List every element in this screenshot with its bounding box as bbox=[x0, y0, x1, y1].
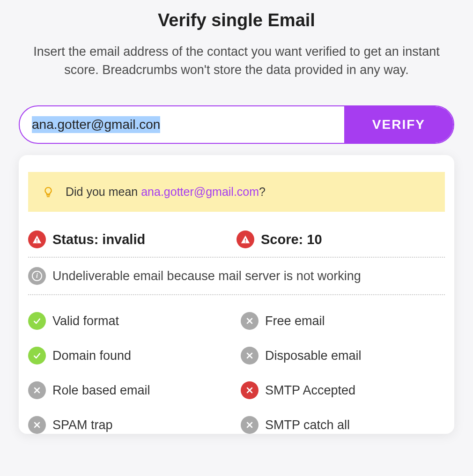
alert-icon bbox=[28, 231, 46, 248]
alert-icon bbox=[236, 231, 254, 248]
verify-button[interactable]: VERIFY bbox=[344, 106, 453, 143]
suggestion-banner: Did you mean ana.gotter@gmail.com? bbox=[28, 172, 445, 212]
info-icon: i bbox=[28, 267, 46, 285]
check-label: Role based email bbox=[52, 383, 150, 398]
check-icon bbox=[28, 312, 46, 330]
reason-row: i Undeliverable email because mail serve… bbox=[28, 258, 445, 294]
check-item: Valid format bbox=[28, 312, 232, 330]
lightbulb-icon bbox=[42, 186, 54, 198]
suggestion-text: Did you mean ana.gotter@gmail.com? bbox=[66, 185, 266, 199]
check-item: SMTP catch all bbox=[241, 416, 445, 434]
check-label: Free email bbox=[265, 314, 325, 328]
x-neutral-icon bbox=[241, 312, 259, 330]
check-label: SPAM trap bbox=[52, 418, 113, 432]
suggestion-suffix: ? bbox=[259, 185, 266, 198]
x-neutral-icon bbox=[28, 416, 46, 434]
x-neutral-icon bbox=[28, 381, 46, 399]
checks-grid: Valid formatFree emailDomain foundDispos… bbox=[28, 295, 445, 434]
x-fail-icon bbox=[241, 381, 259, 399]
check-label: Valid format bbox=[52, 314, 119, 328]
check-label: SMTP catch all bbox=[265, 418, 350, 432]
x-neutral-icon bbox=[241, 416, 259, 434]
check-icon bbox=[28, 347, 46, 364]
check-item: SPAM trap bbox=[28, 416, 232, 434]
status-label: Status: invalid bbox=[52, 232, 145, 247]
check-item: Role based email bbox=[28, 381, 232, 399]
result-card: Did you mean ana.gotter@gmail.com? Statu… bbox=[19, 155, 454, 434]
check-item: SMTP Accepted bbox=[241, 381, 445, 399]
check-label: Disposable email bbox=[265, 349, 362, 363]
check-label: SMTP Accepted bbox=[265, 383, 355, 398]
page-title: Verify single Email bbox=[19, 10, 454, 30]
check-item: Disposable email bbox=[241, 347, 445, 364]
verify-form: ana.gotter@gmail.con VERIFY bbox=[19, 105, 454, 144]
status-row: Status: invalid Score: 10 bbox=[28, 212, 445, 257]
suggestion-link[interactable]: ana.gotter@gmail.com bbox=[141, 185, 259, 198]
email-input[interactable]: ana.gotter@gmail.con bbox=[32, 116, 160, 133]
suggestion-prefix: Did you mean bbox=[66, 185, 141, 198]
email-input-wrap[interactable]: ana.gotter@gmail.con bbox=[20, 106, 344, 143]
check-item: Free email bbox=[241, 312, 445, 330]
x-neutral-icon bbox=[241, 347, 259, 364]
check-item: Domain found bbox=[28, 347, 232, 364]
reason-text: Undeliverable email because mail server … bbox=[52, 269, 361, 283]
score-col: Score: 10 bbox=[236, 231, 445, 248]
score-label: Score: 10 bbox=[261, 232, 322, 247]
status-col: Status: invalid bbox=[28, 231, 236, 248]
page-subtitle: Insert the email address of the contact … bbox=[19, 43, 454, 79]
check-label: Domain found bbox=[52, 349, 131, 363]
